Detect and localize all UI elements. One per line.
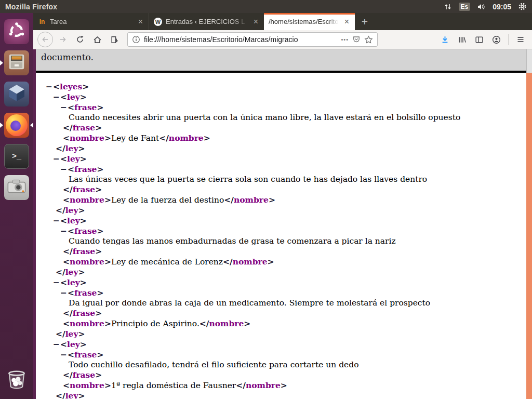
launcher-item-trash[interactable] — [4, 368, 29, 393]
collapse-toggle[interactable]: − — [53, 92, 60, 102]
xml-bracket: > — [97, 350, 103, 360]
xml-tag-name: frase — [73, 184, 95, 194]
xml-bracket: > — [80, 277, 87, 287]
virtualbox-cube-icon — [6, 83, 27, 105]
tarea-favicon: in — [38, 18, 46, 26]
collapse-toggle[interactable]: − — [53, 154, 60, 164]
xml-tag-name: frase — [73, 308, 95, 318]
bookmark-star-icon[interactable] — [364, 35, 373, 44]
xml-bracket: < — [68, 164, 74, 174]
xml-bracket: > — [244, 318, 250, 328]
close-tab-icon[interactable]: × — [343, 18, 350, 26]
volume-icon[interactable] — [477, 3, 486, 11]
reload-button[interactable] — [73, 32, 87, 47]
collapse-toggle[interactable]: − — [60, 102, 68, 112]
xml-line: </frase> — [46, 123, 525, 133]
tab-bar: in Tarea × W Entradas ‹ EJERCICIOS L × /… — [33, 13, 532, 30]
xml-line: −<ley> — [46, 92, 525, 102]
camera-icon — [6, 176, 27, 199]
firefox-window: in Tarea × W Entradas ‹ EJERCICIOS L × /… — [33, 13, 532, 399]
xml-bracket: > — [281, 380, 287, 390]
url-bar[interactable]: file:///home/sistemas/Escritorio/Marcas/… — [127, 32, 378, 47]
xml-line: <nombre>Ley de Fant</nombre> — [46, 133, 525, 143]
close-tab-icon[interactable]: × — [137, 18, 144, 26]
collapse-toggle[interactable]: − — [53, 216, 60, 225]
tab-entradas[interactable]: W Entradas ‹ EJERCICIOS L × — [149, 13, 264, 30]
account-button[interactable] — [489, 32, 503, 47]
url-input[interactable]: file:///home/sistemas/Escritorio/Marcas/… — [144, 35, 337, 44]
launcher-item-files[interactable] — [4, 50, 29, 75]
xml-tag-name: ley — [65, 329, 78, 339]
collapse-toggle[interactable]: − — [53, 339, 60, 349]
downloads-button[interactable] — [437, 32, 452, 47]
xml-bracket: < — [63, 257, 70, 267]
launcher-item-ubuntu-dash[interactable] — [4, 19, 29, 44]
xml-bracket: > — [80, 92, 87, 102]
forward-button[interactable] — [56, 32, 70, 47]
xml-tree: −<leyes>−<ley>−<frase>Cuando necesites a… — [36, 73, 532, 399]
xml-bracket: > — [269, 195, 275, 205]
xml-bracket: </ — [56, 143, 65, 153]
keyboard-layout-indicator[interactable]: Es — [459, 3, 471, 11]
xml-line: <nombre>Ley de la fuerza del destino</no… — [46, 195, 525, 205]
xml-bracket: > — [80, 154, 87, 164]
xml-bracket: </ — [63, 370, 73, 380]
back-button[interactable] — [37, 32, 53, 47]
collapse-toggle[interactable]: − — [53, 277, 60, 287]
xml-line: </ley> — [46, 329, 525, 339]
xml-bracket: < — [68, 226, 74, 236]
xml-bracket: </ — [63, 184, 73, 194]
xml-bracket: < — [53, 82, 60, 91]
xml-tag-name: ley — [65, 267, 78, 277]
xml-text: Las únicas veces que la puerta se cierra… — [69, 175, 427, 184]
terminal-icon: >_ — [12, 152, 21, 161]
launcher-item-terminal[interactable]: >_ — [4, 144, 29, 169]
pocket-icon[interactable] — [352, 35, 361, 44]
network-arrows-icon[interactable] — [444, 3, 452, 11]
xml-text: Ley de Fant — [111, 134, 159, 143]
library-button[interactable] — [455, 32, 469, 47]
xml-tag-name: leyes — [60, 82, 82, 91]
sidebar-toggle-button[interactable] — [472, 32, 486, 47]
xml-bracket: < — [60, 277, 67, 287]
scrollbar-track[interactable] — [526, 49, 532, 73]
xml-line: −<ley> — [46, 277, 525, 288]
xml-tag-name: ley — [65, 391, 78, 399]
tab-xml-file[interactable]: /home/sistemas/Escritorio/ × — [264, 13, 355, 30]
xml-bracket: </ — [56, 267, 65, 277]
xml-bracket: > — [97, 102, 103, 112]
session-gear-icon[interactable] — [518, 2, 527, 11]
collapse-toggle[interactable]: − — [60, 164, 68, 174]
xml-bracket: > — [78, 329, 85, 339]
collapse-toggle[interactable]: − — [60, 226, 68, 236]
launcher-item-virtualbox[interactable] — [4, 82, 29, 107]
clock[interactable]: 09:05 — [493, 3, 511, 11]
launcher-item-screenshot[interactable] — [4, 175, 29, 200]
page-actions-icon[interactable]: ••• — [341, 36, 349, 43]
tab-tarea[interactable]: in Tarea × — [33, 13, 149, 30]
close-tab-icon[interactable]: × — [252, 18, 259, 26]
xml-bracket: > — [104, 195, 111, 205]
collapse-toggle[interactable]: − — [60, 350, 68, 360]
page-info-icon[interactable] — [132, 35, 140, 44]
tab-title: Tarea — [50, 18, 134, 25]
xml-line: Cuando necesites abrir una puerta con la… — [46, 113, 525, 123]
xml-tag-name: ley — [67, 277, 80, 287]
new-tab-button[interactable]: + — [355, 13, 375, 30]
home-button[interactable] — [90, 32, 104, 47]
xml-bracket: </ — [63, 308, 73, 318]
launcher-item-firefox[interactable] — [4, 113, 29, 138]
tab-title: /home/sistemas/Escritorio/ — [269, 18, 340, 25]
scrollbar-thumb[interactable] — [526, 73, 532, 399]
menu-button[interactable] — [513, 32, 528, 47]
xml-tag-name: ley — [65, 205, 78, 215]
xml-line: </ley> — [46, 391, 525, 399]
xml-bracket: </ — [56, 205, 65, 215]
tab-title: Entradas ‹ EJERCICIOS L — [166, 18, 249, 25]
collapse-toggle[interactable]: − — [46, 82, 53, 91]
save-page-icon[interactable] — [107, 32, 122, 47]
xml-line: </frase> — [46, 308, 525, 318]
xml-bracket: < — [60, 154, 67, 164]
collapse-toggle[interactable]: − — [60, 288, 68, 298]
xml-bracket: < — [68, 102, 74, 112]
